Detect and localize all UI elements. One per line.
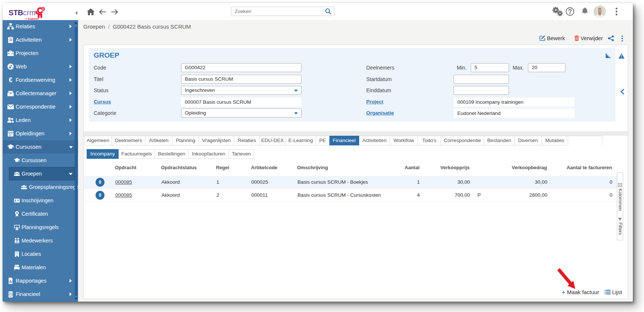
svg-text:€: € bbox=[9, 77, 13, 84]
svg-text:8: 8 bbox=[42, 7, 44, 11]
